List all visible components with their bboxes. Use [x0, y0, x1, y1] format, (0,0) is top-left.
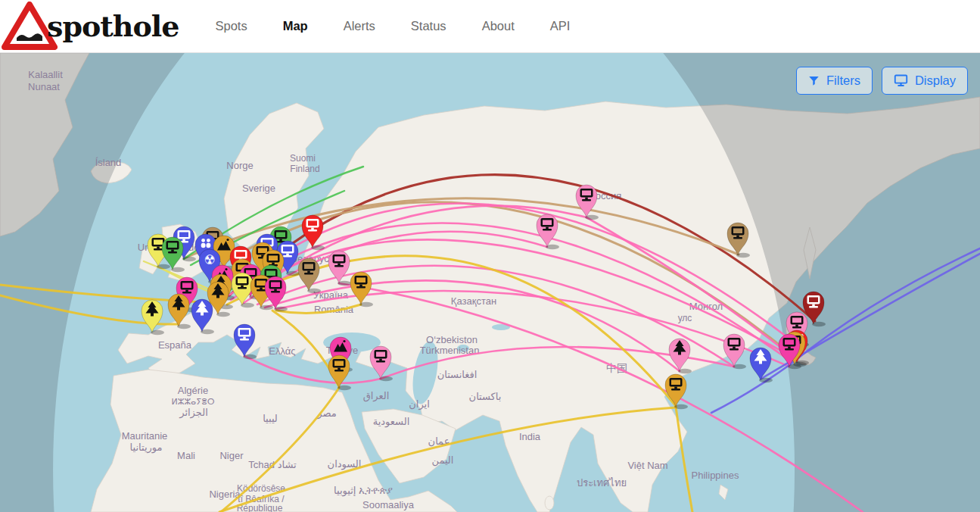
map-country-label: Nunaat [28, 81, 60, 92]
nav-tab-spots[interactable]: Spots [215, 19, 247, 33]
map-country-label: Finland [290, 164, 319, 174]
map-country-label: افغانستان [437, 369, 478, 380]
map-container[interactable]: KalaallitNunaatÍslandNorgeSverigeSuomiFi… [0, 53, 980, 512]
map-country-label: العراق [363, 390, 390, 402]
map-country-label: ايران [409, 398, 430, 411]
map-country-label: Mauritanie [122, 430, 168, 442]
nav-tab-api[interactable]: API [550, 19, 571, 33]
map-country-label: Mali [177, 450, 195, 461]
map-country-label: Norge [226, 160, 253, 171]
main-nav: Spots Map Alerts Status About API [215, 19, 570, 33]
display-button-label: Display [915, 73, 956, 88]
radiation-icon: ☢ [204, 253, 215, 267]
map-country-label: Niger [219, 450, 244, 461]
map-country-label: الجزائر [179, 407, 208, 419]
filter-funnel-icon [808, 75, 820, 86]
display-monitor-icon [894, 74, 908, 87]
map-country-label: باكستان [469, 391, 502, 402]
logo-text: spothole [47, 9, 179, 43]
nav-tab-map[interactable]: Map [283, 19, 308, 33]
map-country-label: Philippines [692, 470, 739, 481]
display-button[interactable]: Display [882, 67, 968, 95]
map-country-label: Sverige [242, 183, 275, 194]
map-country-label: السعودية [373, 416, 410, 428]
map-controls: Filters Display [796, 67, 968, 95]
map-country-label: إثيوبيا ኢትዮጵያ [334, 485, 393, 497]
nav-tab-about[interactable]: About [482, 19, 515, 33]
nav-tab-alerts[interactable]: Alerts [344, 19, 375, 33]
map-country-label: O‘zbekiston [426, 334, 478, 345]
map-country-label: улс [678, 313, 692, 323]
logo[interactable]: spothole [2, 2, 179, 52]
map-country-label: Algérie [178, 385, 208, 396]
map-country-label: España [158, 339, 192, 351]
landmass-srilanka [545, 496, 554, 510]
world-map[interactable]: KalaallitNunaatÍslandNorgeSverigeSuomiFi… [0, 53, 980, 512]
filters-button[interactable]: Filters [796, 67, 873, 95]
map-country-label: ประเทศไทย [577, 477, 627, 489]
map-country-label: ⵍⵣⵣⴰⵢⴻⵔ [172, 397, 215, 406]
map-country-label: اليمن [432, 454, 454, 467]
map-country-label: Soomaaliya [362, 499, 415, 510]
svg-text:☢: ☢ [204, 253, 215, 267]
map-country-label: Suomi [290, 153, 316, 164]
filters-button-label: Filters [826, 73, 860, 88]
map-country-label: Ísland [95, 157, 122, 168]
map-country-label: India [519, 431, 541, 442]
map-country-label: Қазақстан [451, 295, 496, 307]
nav-tab-status[interactable]: Status [411, 19, 446, 33]
app-header: spothole Spots Map Alerts Status About A… [0, 0, 980, 53]
map-country-label: Ελλάς [269, 345, 295, 357]
map-country-label: Việt Nam [627, 460, 667, 471]
map-country-label: Kalaallit [28, 69, 63, 80]
map-country-label: موريتانيا [130, 442, 163, 454]
map-country-label: ليبيا [263, 413, 278, 424]
